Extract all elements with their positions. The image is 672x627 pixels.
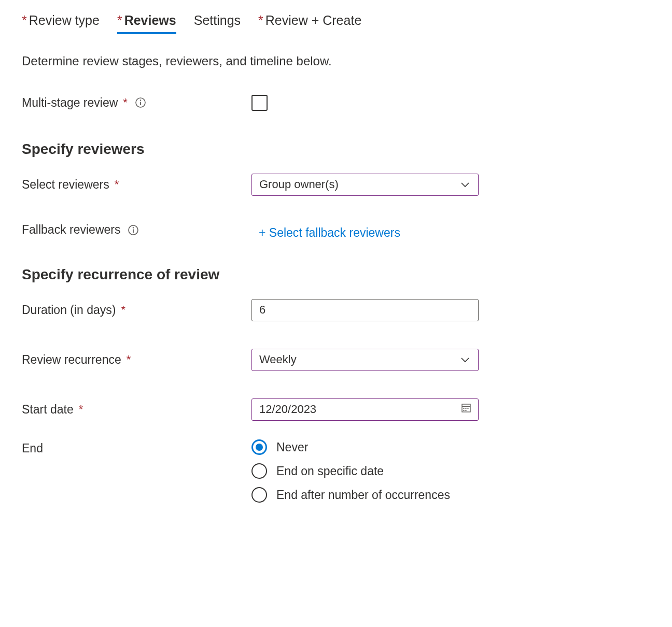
ctrl-end: Never End on specific date End after num… [251,439,450,503]
ctrl-start-date: 12/20/2023 [251,398,479,421]
radio-label: End on specific date [276,464,384,478]
svg-rect-4 [133,229,134,233]
label-text: Multi-stage review [22,96,118,110]
heading-specify-recurrence: Specify recurrence of review [22,266,650,283]
tab-review-type[interactable]: *Review type [22,11,100,34]
label-multi-stage: Multi-stage review * [22,96,251,110]
required-marker: * [123,96,128,109]
tabs-bar: *Review type *Reviews Settings *Review +… [22,11,650,34]
radio-end-after-occurrences[interactable]: End after number of occurrences [251,487,450,503]
tab-settings[interactable]: Settings [194,11,241,34]
info-icon[interactable] [135,97,146,108]
radio-indicator [251,487,267,503]
chevron-down-icon [459,179,471,190]
heading-specify-reviewers: Specify reviewers [22,141,650,158]
ctrl-duration [251,299,479,321]
row-select-reviewers: Select reviewers * Group owner(s) [22,173,650,196]
tab-label: Review type [29,13,100,27]
svg-rect-11 [464,410,465,411]
row-multi-stage: Multi-stage review * [22,91,650,114]
label-select-reviewers: Select reviewers * [22,178,251,192]
label-text: Review recurrence [22,353,121,367]
radio-end-never[interactable]: Never [251,439,450,455]
required-marker: * [117,13,122,27]
required-marker: * [22,13,27,27]
end-radio-group: Never End on specific date End after num… [251,439,450,503]
label-text: Select reviewers [22,178,109,192]
svg-rect-8 [464,408,465,409]
dropdown-value: Weekly [259,353,297,366]
calendar-icon [460,402,472,417]
svg-rect-9 [466,408,467,409]
svg-rect-12 [466,410,467,411]
svg-point-2 [140,99,141,101]
page-root: *Review type *Reviews Settings *Review +… [0,0,672,554]
radio-end-specific-date[interactable]: End on specific date [251,463,450,479]
select-reviewers-dropdown[interactable]: Group owner(s) [251,174,479,196]
required-marker: * [258,13,263,27]
start-date-input[interactable]: 12/20/2023 [251,398,479,421]
date-value: 12/20/2023 [259,403,316,416]
radio-label: Never [276,440,308,454]
duration-input[interactable] [251,299,479,321]
label-text: Duration (in days) [22,303,116,317]
svg-point-5 [133,227,134,228]
row-recurrence: Review recurrence * Weekly [22,348,650,371]
ctrl-select-reviewers: Group owner(s) [251,174,479,196]
recurrence-dropdown[interactable]: Weekly [251,349,479,371]
select-fallback-reviewers-link[interactable]: + Select fallback reviewers [251,223,400,240]
radio-indicator [251,439,267,455]
required-marker: * [115,178,119,191]
tab-label: Reviews [124,13,176,27]
ctrl-recurrence: Weekly [251,349,479,371]
row-start-date: Start date * 12/20/2023 [22,398,650,421]
label-end: End [22,439,251,455]
label-start-date: Start date * [22,403,251,417]
ctrl-multi-stage [251,95,268,111]
svg-rect-10 [468,408,469,409]
label-fallback-reviewers: Fallback reviewers [22,223,251,237]
required-marker: * [79,403,83,416]
row-duration: Duration (in days) * [22,298,650,321]
multi-stage-checkbox[interactable] [251,95,268,111]
row-end: End Never End on specific date End after… [22,439,650,503]
dropdown-value: Group owner(s) [259,178,339,191]
chevron-down-icon [459,354,471,365]
tab-label: Settings [194,13,241,27]
tab-reviews[interactable]: *Reviews [117,11,176,34]
row-fallback-reviewers: Fallback reviewers + Select fallback rev… [22,223,650,246]
radio-indicator [251,463,267,479]
tab-label: Review + Create [265,13,362,27]
intro-text: Determine review stages, reviewers, and … [22,54,650,68]
info-icon[interactable] [128,224,139,236]
tab-review-create[interactable]: *Review + Create [258,11,361,34]
required-marker: * [121,303,126,317]
label-text: Start date [22,403,74,417]
label-duration: Duration (in days) * [22,303,251,317]
ctrl-fallback-reviewers: + Select fallback reviewers [251,223,400,240]
label-recurrence: Review recurrence * [22,353,251,367]
required-marker: * [127,353,131,366]
radio-label: End after number of occurrences [276,488,450,502]
svg-rect-1 [140,102,141,106]
label-text: Fallback reviewers [22,223,120,237]
label-text: End [22,441,43,455]
